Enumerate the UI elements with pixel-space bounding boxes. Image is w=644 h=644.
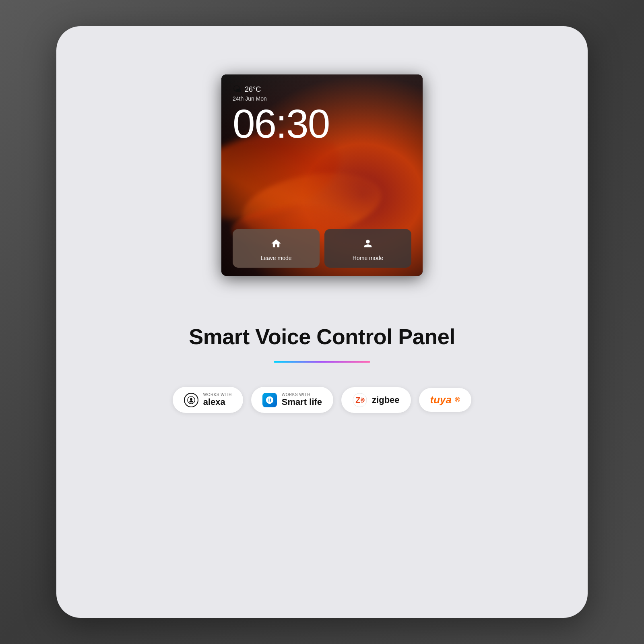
device-container: 🌤 26°C 24th Jun Mon 06:30 Leave mode [221, 74, 423, 300]
zigbee-icon: Z [353, 393, 367, 407]
smart-life-text-group: WORKS WITH Smart life [282, 392, 322, 407]
smart-life-icon [262, 393, 277, 407]
weather-icon: 🌤 [233, 84, 242, 95]
badge-row: WORKS WITH alexa WORKS WITH Smart life [173, 387, 472, 413]
clock-time: 06:30 [233, 103, 411, 144]
tuya-badge: tuya ® [419, 388, 472, 412]
screen-content: 🌤 26°C 24th Jun Mon 06:30 Leave mode [221, 74, 423, 276]
weather-temperature: 26°C [245, 85, 261, 94]
device-screen: 🌤 26°C 24th Jun Mon 06:30 Leave mode [221, 74, 423, 276]
weather-row: 🌤 26°C [233, 84, 411, 95]
tuya-superscript: ® [455, 396, 460, 404]
zigbee-badge: Z zigbee [341, 387, 411, 413]
smart-life-brand-label: Smart life [282, 397, 322, 407]
mode-buttons: Leave mode Home mode [233, 229, 411, 268]
smart-life-works-with: WORKS WITH [282, 392, 322, 397]
alexa-text-group: WORKS WITH alexa [203, 392, 232, 407]
alexa-icon [184, 393, 198, 407]
home-mode-icon [361, 236, 375, 251]
home-mode-button[interactable]: Home mode [324, 229, 411, 268]
leave-mode-icon [269, 236, 283, 251]
tuya-brand-label: tuya [430, 394, 452, 406]
svg-text:Z: Z [355, 396, 360, 405]
alexa-works-with: WORKS WITH [203, 392, 232, 397]
leave-mode-label: Leave mode [260, 255, 291, 261]
alexa-brand-label: alexa [203, 397, 232, 407]
alexa-badge: WORKS WITH alexa [173, 387, 243, 413]
home-mode-label: Home mode [353, 255, 383, 261]
product-card: 🌤 26°C 24th Jun Mon 06:30 Leave mode [56, 26, 588, 618]
leave-mode-button[interactable]: Leave mode [233, 229, 320, 268]
svg-point-1 [190, 398, 192, 400]
svg-point-4 [361, 399, 362, 401]
smart-life-badge: WORKS WITH Smart life [251, 387, 333, 413]
product-title: Smart Voice Control Panel [189, 324, 455, 349]
zigbee-brand-label: zigbee [372, 395, 399, 405]
divider-line [274, 361, 370, 363]
